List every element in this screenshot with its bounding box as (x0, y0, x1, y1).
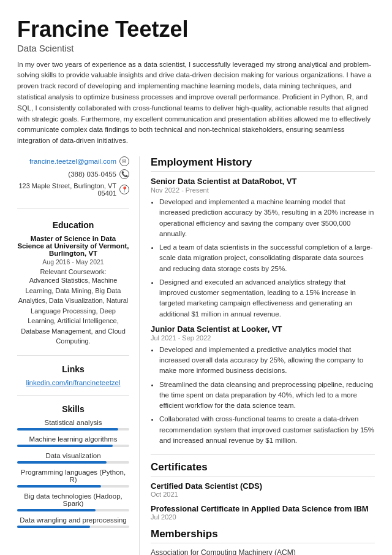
job-bullet: Led a team of data scientists in the suc… (159, 242, 375, 274)
cert-name: Certified Data Scientist (CDS) (151, 481, 375, 491)
membership-item: Association for Computing Machinery (ACM… (151, 548, 375, 555)
edu-degree: Master of Science in Data Science at Uni… (17, 235, 129, 257)
certificates-section: Certificates Certified Data Scientist (C… (151, 454, 375, 521)
location-icon: 📍 (119, 185, 129, 194)
cert-date: Oct 2021 (151, 491, 375, 498)
job-dates: Jul 2021 - Sep 2022 (151, 334, 375, 342)
memberships-section-title: Memberships (151, 528, 375, 543)
skill-bar-background (17, 509, 129, 511)
applicant-name: Francine Teetzel (17, 17, 375, 42)
cert-name: Professional Certificate in Applied Data… (151, 504, 375, 513)
edu-coursework: Advanced Statistics, Machine Learning, D… (17, 275, 129, 346)
header-section: Francine Teetzel Data Scientist In my ov… (17, 17, 375, 147)
email-icon: ✉ (119, 156, 129, 166)
skill-bar-background (17, 485, 129, 488)
skill-item: Data visualization (17, 452, 129, 464)
job-entry: Senior Data Scientist at DataRobot, VT N… (151, 177, 375, 320)
cert-date: Jul 2020 (151, 513, 375, 521)
skill-bar-background (17, 526, 129, 528)
skill-bar-fill (17, 526, 90, 528)
skill-bar-background (17, 428, 129, 431)
memberships-list: Association for Computing Machinery (ACM… (151, 548, 375, 555)
education-section-title: Education (17, 220, 129, 230)
contact-phone-row: (388) 035-0455 📞 (17, 169, 129, 179)
job-entry: Junior Data Scientist at Looker, VT Jul … (151, 324, 375, 446)
linkedin-link[interactable]: linkedin.com/in/francineteetzel (17, 379, 129, 386)
job-bullet: Developed and implemented a machine lear… (159, 197, 375, 239)
memberships-section: Memberships Association for Computing Ma… (151, 528, 375, 555)
links-block: Links linkedin.com/in/francineteetzel (17, 364, 129, 396)
employment-section-title: Employment History (151, 156, 375, 172)
links-section-title: Links (17, 364, 129, 374)
skill-bar-background (17, 461, 129, 464)
left-column: francine.teetzel@gmail.com ✉ (388) 035-0… (17, 156, 140, 555)
certs-list: Certified Data Scientist (CDS) Oct 2021 … (151, 481, 375, 521)
cert-entry: Certified Data Scientist (CDS) Oct 2021 (151, 481, 375, 498)
certificates-section-title: Certificates (151, 461, 375, 477)
skills-section-title: Skills (17, 404, 129, 414)
skill-item: Big data technologies (Hadoop, Spark) (17, 492, 129, 511)
skill-bar-fill (17, 461, 107, 464)
resume-container: Francine Teetzel Data Scientist In my ov… (0, 0, 392, 555)
contact-address: 123 Maple Street, Burlington, VT 05401 (17, 182, 116, 197)
skill-bar-fill (17, 485, 101, 488)
job-bullet: Developed and implemented a predictive a… (159, 345, 375, 377)
contact-address-row: 123 Maple Street, Burlington, VT 05401 📍 (17, 182, 129, 197)
summary-text: In my over two years of experience as a … (17, 59, 375, 147)
skills-block: Skills Statistical analysis Machine lear… (17, 404, 129, 528)
skill-item: Machine learning algorithms (17, 435, 129, 447)
contact-email-row: francine.teetzel@gmail.com ✉ (17, 156, 129, 166)
right-column: Employment History Senior Data Scientist… (140, 156, 375, 555)
jobs-list: Senior Data Scientist at DataRobot, VT N… (151, 177, 375, 446)
education-block: Education Master of Science in Data Scie… (17, 220, 129, 356)
skills-list: Statistical analysis Machine learning al… (17, 419, 129, 528)
skill-name: Data wrangling and preprocessing (17, 516, 129, 524)
job-bullets-list: Developed and implemented a machine lear… (151, 197, 375, 320)
job-title: Junior Data Scientist at Looker, VT (151, 324, 375, 334)
job-bullet: Designed and executed an advanced analyt… (159, 277, 375, 320)
contact-phone: (388) 035-0455 (68, 170, 116, 178)
two-column-layout: francine.teetzel@gmail.com ✉ (388) 035-0… (17, 156, 375, 555)
skill-bar-background (17, 445, 129, 447)
cert-entry: Professional Certificate in Applied Data… (151, 504, 375, 521)
skill-item: Programming languages (Python, R) (17, 469, 129, 488)
skill-name: Statistical analysis (17, 419, 129, 426)
contact-block: francine.teetzel@gmail.com ✉ (388) 035-0… (17, 156, 129, 209)
skill-name: Programming languages (Python, R) (17, 469, 129, 483)
skill-item: Data wrangling and preprocessing (17, 516, 129, 528)
job-dates: Nov 2022 - Present (151, 186, 375, 194)
skill-bar-fill (17, 445, 113, 447)
skill-name: Big data technologies (Hadoop, Spark) (17, 492, 129, 507)
skill-name: Machine learning algorithms (17, 435, 129, 443)
phone-icon: 📞 (119, 169, 129, 179)
skill-bar-fill (17, 509, 96, 511)
skill-name: Data visualization (17, 452, 129, 459)
skill-item: Statistical analysis (17, 419, 129, 431)
skill-bar-fill (17, 428, 118, 431)
edu-dates: Aug 2016 - May 2021 (17, 258, 129, 266)
contact-email[interactable]: francine.teetzel@gmail.com (29, 158, 116, 165)
applicant-title: Data Scientist (17, 43, 375, 53)
job-title: Senior Data Scientist at DataRobot, VT (151, 177, 375, 186)
edu-coursework-label: Relevant Coursework: (17, 268, 129, 275)
job-bullet: Collaborated with cross-functional teams… (159, 414, 375, 446)
job-bullet: Streamlined the data cleansing and prepr… (159, 380, 375, 411)
employment-section: Employment History Senior Data Scientist… (151, 156, 375, 446)
job-bullets-list: Developed and implemented a predictive a… (151, 345, 375, 446)
